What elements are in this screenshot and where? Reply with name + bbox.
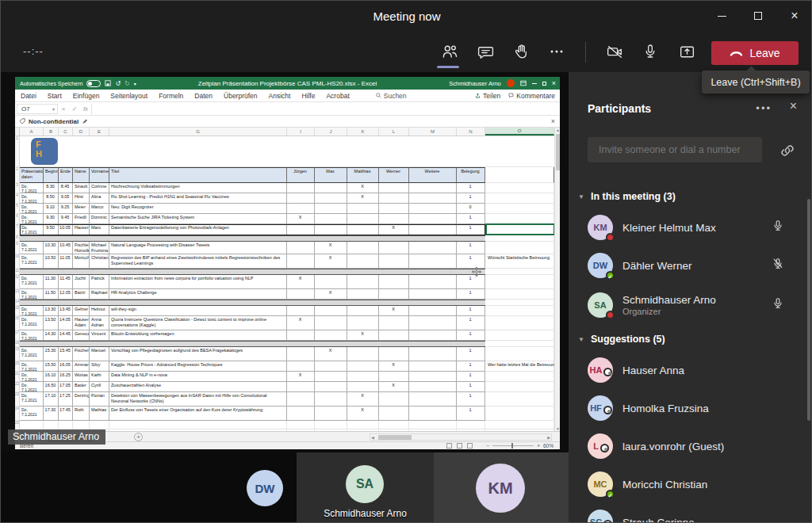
close-button[interactable]: × bbox=[776, 1, 812, 31]
participant-row[interactable]: KMKleiner Helmut Max bbox=[569, 208, 812, 246]
cell[interactable]: 10.05 bbox=[59, 224, 73, 235]
cell[interactable]: Regression des BIP anhand eines Zweitwoh… bbox=[109, 254, 287, 269]
cell[interactable] bbox=[485, 347, 554, 361]
cell[interactable] bbox=[379, 193, 409, 204]
zoom-in-icon[interactable]: + bbox=[537, 443, 540, 449]
cell[interactable] bbox=[485, 306, 554, 316]
comments-button[interactable]: Kommentare bbox=[508, 92, 555, 100]
cell[interactable]: Fischler Homolka bbox=[73, 242, 90, 254]
cell[interactable] bbox=[315, 204, 347, 214]
cell[interactable] bbox=[409, 183, 457, 193]
view-normal-icon[interactable] bbox=[446, 443, 452, 449]
cell[interactable] bbox=[315, 316, 347, 330]
cell[interactable] bbox=[485, 235, 554, 242]
cell[interactable]: Do, 7.1.2021 bbox=[20, 289, 44, 300]
participant-row[interactable]: Llaura.vonrohr (Guest) bbox=[569, 427, 812, 465]
cell[interactable]: Anna Adrian bbox=[90, 316, 109, 330]
cell[interactable] bbox=[347, 275, 379, 289]
cell[interactable]: 8.50 bbox=[44, 193, 59, 204]
header-cell[interactable]: Präsentations-daten bbox=[20, 167, 44, 183]
header-cell[interactable]: Vorname bbox=[90, 167, 109, 183]
cell[interactable]: Neu: Digit Recognizer bbox=[109, 204, 287, 214]
cell[interactable]: Fischer bbox=[73, 347, 90, 361]
excel-horizontal-scrollbar[interactable]: ◀ ▶ bbox=[370, 433, 552, 441]
header-cell[interactable]: Matthias bbox=[347, 167, 379, 183]
header-cell[interactable]: Werner bbox=[379, 167, 409, 183]
column-header-E[interactable]: E bbox=[90, 128, 109, 136]
excel-menu-datei[interactable]: Datei bbox=[15, 92, 42, 100]
participant-row[interactable]: SCStraub Corinne bbox=[569, 503, 812, 523]
cell[interactable]: X bbox=[287, 372, 315, 382]
cell[interactable] bbox=[379, 183, 409, 193]
cell[interactable]: 13.50 bbox=[44, 316, 59, 330]
more-actions-button[interactable] bbox=[543, 38, 570, 65]
cell[interactable]: Flu Shot Learning - Predict H1N1 and Sea… bbox=[109, 193, 287, 204]
cell[interactable]: 1 bbox=[457, 242, 485, 254]
cell[interactable] bbox=[409, 224, 457, 235]
chat-button[interactable] bbox=[472, 38, 499, 65]
participants-button[interactable] bbox=[436, 38, 463, 65]
cell[interactable]: 8.30 bbox=[44, 183, 59, 193]
qat-dropdown-icon[interactable]: ▾ bbox=[134, 81, 136, 86]
cell[interactable]: Do, 7.1.2021 bbox=[20, 372, 44, 382]
cell[interactable]: Roth bbox=[73, 407, 90, 421]
column-header-I[interactable]: I bbox=[287, 128, 315, 136]
cell[interactable]: Do, 7.1.2021 bbox=[20, 224, 44, 235]
video-tile[interactable]: DW bbox=[159, 452, 297, 523]
participant-row[interactable]: HAHauser Anna bbox=[569, 351, 812, 389]
cell[interactable] bbox=[409, 372, 457, 382]
excel-vertical-scrollbar[interactable]: ▲ ▼ bbox=[554, 128, 560, 431]
cell[interactable]: 9.50 bbox=[44, 224, 59, 235]
header-cell[interactable]: Jürgen bbox=[287, 167, 315, 183]
maximize-button[interactable] bbox=[740, 1, 776, 31]
cell[interactable] bbox=[20, 421, 44, 429]
cell[interactable]: Bazzi bbox=[73, 289, 90, 300]
cell[interactable]: Do, 7.1.2021 bbox=[20, 361, 44, 372]
cell[interactable] bbox=[485, 330, 554, 341]
header-cell[interactable]: Beginn bbox=[44, 167, 59, 183]
cell[interactable] bbox=[409, 330, 457, 341]
excel-search[interactable]: Suchen bbox=[376, 92, 407, 100]
cell[interactable]: Florian bbox=[90, 392, 109, 407]
name-box[interactable]: O7 ▾ bbox=[17, 104, 58, 114]
cell[interactable] bbox=[287, 242, 315, 254]
cell[interactable]: 12.05 bbox=[59, 289, 73, 300]
cell[interactable]: Kaggle: House Prices - Advanced Regressi… bbox=[109, 361, 287, 372]
excel-menu-acrobat[interactable]: Acrobat bbox=[320, 92, 354, 100]
cell[interactable]: Moricchi bbox=[73, 254, 90, 269]
header-cell[interactable]: Weitere bbox=[409, 167, 457, 183]
cell[interactable]: Information extraction from news corpora… bbox=[109, 275, 287, 289]
cell[interactable]: 10.45 bbox=[59, 242, 73, 254]
cell[interactable]: Derzinger bbox=[73, 392, 90, 407]
cell[interactable]: Cyrill bbox=[90, 382, 109, 392]
cell[interactable]: 13.30 bbox=[44, 306, 59, 316]
cell[interactable] bbox=[379, 392, 409, 407]
excel-user-avatar[interactable] bbox=[507, 79, 515, 87]
cell[interactable] bbox=[347, 382, 379, 392]
cell[interactable] bbox=[347, 306, 379, 316]
cell[interactable]: X bbox=[315, 254, 347, 269]
cell[interactable]: Kathi bbox=[90, 372, 109, 382]
cell[interactable]: Do, 7.1.2021 bbox=[20, 316, 44, 330]
cell[interactable]: 10.30 bbox=[44, 242, 59, 254]
column-header-A[interactable]: A bbox=[20, 128, 44, 136]
participant-row[interactable]: DW✓Dähler Werner bbox=[569, 246, 812, 284]
cell[interactable] bbox=[379, 254, 409, 269]
cell[interactable]: 1 bbox=[457, 361, 485, 372]
cell[interactable]: 17.10 bbox=[44, 392, 59, 407]
participants-section-header[interactable]: ▼Suggestions (5) bbox=[569, 326, 812, 351]
excel-menu-einfügen[interactable]: Einfügen bbox=[67, 92, 105, 100]
cell[interactable]: Do, 7.1.2021 bbox=[20, 306, 44, 316]
cell[interactable] bbox=[315, 392, 347, 407]
cell[interactable]: X bbox=[379, 224, 409, 235]
cell[interactable] bbox=[315, 183, 347, 193]
cell[interactable] bbox=[347, 254, 379, 269]
cell[interactable] bbox=[485, 204, 554, 214]
cell[interactable]: X bbox=[347, 193, 379, 204]
edit-pencil-icon[interactable] bbox=[82, 118, 88, 124]
cell[interactable]: 8.45 bbox=[59, 183, 73, 193]
cell[interactable] bbox=[315, 382, 347, 392]
column-header-K[interactable]: K bbox=[347, 128, 379, 136]
scroll-up-icon[interactable]: ▲ bbox=[555, 128, 561, 132]
column-header-G[interactable]: G bbox=[109, 128, 287, 136]
